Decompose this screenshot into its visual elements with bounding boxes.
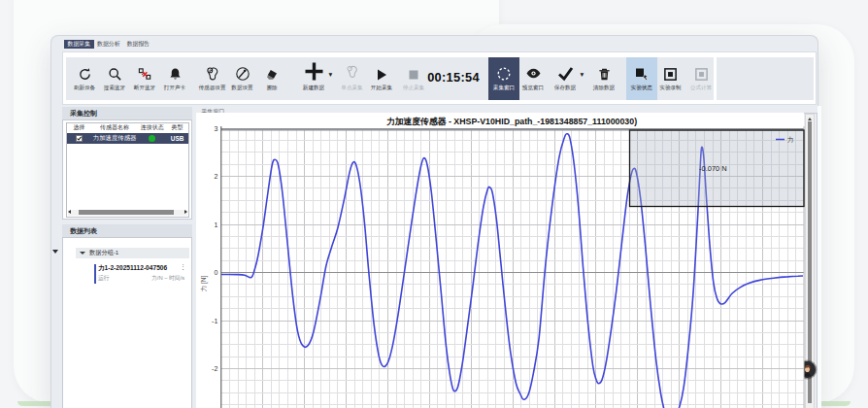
svg-text:力 [N]: 力 [N] [200,276,208,292]
svg-text:0: 0 [214,269,217,276]
svg-text:2: 2 [214,173,217,180]
svg-text:力: 力 [787,136,794,143]
svg-text:-2: -2 [212,365,217,372]
svg-text:力加速度传感器 - XHSP-V10HID_path_-19: 力加速度传感器 - XHSP-V10HID_path_-1981348857_1… [385,117,637,126]
svg-text:-0.070 N: -0.070 N [699,164,727,173]
svg-text:-1: -1 [212,318,217,324]
svg-text:3: 3 [214,125,217,132]
svg-text:1: 1 [214,221,217,228]
